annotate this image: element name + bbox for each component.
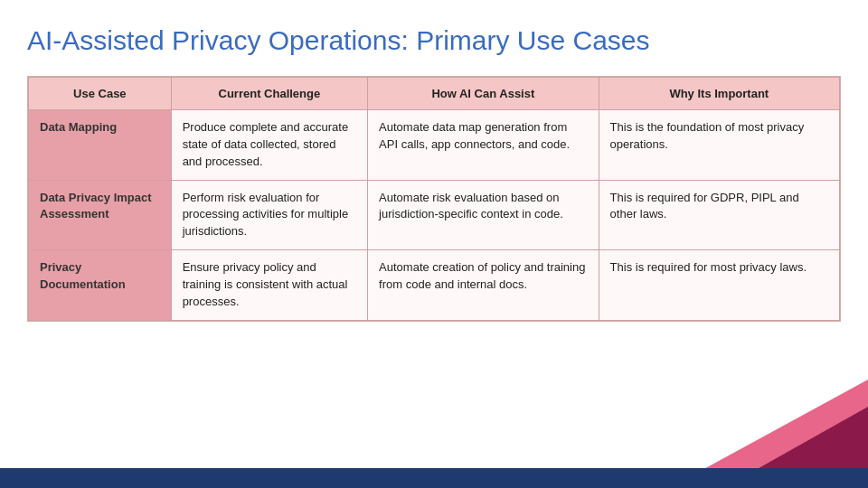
row2-important: This is required for GDPR, PIPL and othe…: [599, 180, 839, 250]
page-title: AI-Assisted Privacy Operations: Primary …: [27, 25, 841, 56]
header-usecase: Use Case: [29, 78, 172, 110]
row1-usecase: Data Mapping: [29, 110, 172, 181]
row2-challenge: Perform risk evaluation for processing a…: [171, 180, 367, 250]
row1-challenge: Produce complete and accurate state of d…: [171, 110, 367, 181]
table-row: Data Mapping Produce complete and accura…: [29, 110, 840, 181]
row3-important: This is required for most privacy laws.: [599, 250, 839, 321]
row1-important: This is the foundation of most privacy o…: [599, 110, 839, 181]
header-important: Why Its Important: [599, 78, 839, 110]
row3-usecase: Privacy Documentation: [29, 250, 172, 321]
table-header-row: Use Case Current Challenge How AI Can As…: [29, 78, 840, 110]
table-row: Privacy Documentation Ensure privacy pol…: [29, 250, 840, 321]
row2-usecase: Data Privacy Impact Assessment: [29, 180, 172, 250]
header-assist: How AI Can Assist: [368, 78, 599, 110]
row2-assist: Automate risk evaluation based on jurisd…: [368, 180, 599, 250]
main-table-wrapper: Use Case Current Challenge How AI Can As…: [27, 76, 841, 322]
row3-assist: Automate creation of policy and training…: [368, 250, 599, 321]
page-container: AI-Assisted Privacy Operations: Primary …: [0, 0, 868, 488]
header-challenge: Current Challenge: [171, 78, 367, 110]
row3-challenge: Ensure privacy policy and training is co…: [171, 250, 367, 321]
row1-assist: Automate data map generation from API ca…: [368, 110, 599, 181]
bottom-bar: [0, 468, 868, 488]
use-cases-table: Use Case Current Challenge How AI Can As…: [28, 77, 840, 321]
table-row: Data Privacy Impact Assessment Perform r…: [29, 180, 840, 250]
